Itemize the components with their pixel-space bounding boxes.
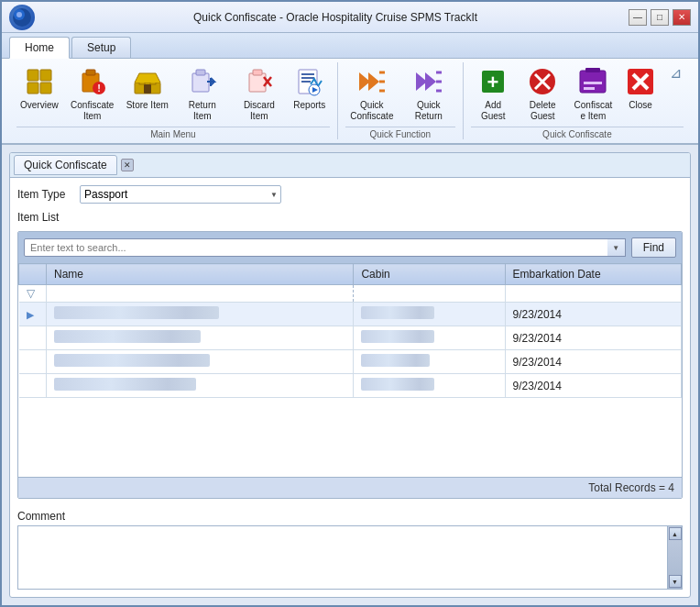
filter-icon-cell: ▽: [19, 285, 47, 303]
ribbon-item-discard-item[interactable]: Discard Item: [233, 62, 286, 125]
tab-panel: Quick Confiscate ✕ Item Type Passport We…: [9, 152, 691, 598]
item-type-label: Item Type: [17, 188, 72, 201]
row2-cabin[interactable]: [354, 326, 505, 350]
svg-rect-17: [249, 73, 266, 92]
filter-cabin-cell: [354, 285, 505, 303]
quick-return-label: Quick Return: [406, 100, 452, 122]
row3-cabin[interactable]: [354, 350, 505, 374]
ribbon-group-main-menu: Overview ! Confiscate Item: [9, 62, 338, 139]
table-row[interactable]: 9/23/2014: [19, 350, 682, 374]
row2-expand: [19, 326, 47, 350]
row4-expand: [19, 374, 47, 398]
title-bar: Quick Confiscate - Oracle Hospitality Cr…: [2, 2, 698, 33]
comment-textarea[interactable]: [18, 526, 667, 589]
table-header-row: Name Cabin Embarkation Date: [19, 264, 682, 285]
svg-rect-43: [584, 82, 602, 84]
search-dropdown-button[interactable]: ▼: [607, 238, 626, 257]
item-type-row: Item Type Passport Weapon Drug Alcohol O…: [17, 185, 683, 204]
discard-item-icon: [243, 65, 276, 98]
row3-date: 9/23/2014: [505, 350, 681, 374]
row1-date: 9/23/2014: [505, 303, 681, 326]
ribbon-item-confiscate-item2[interactable]: Confiscate Item: [570, 62, 617, 125]
th-name: Name: [47, 264, 354, 285]
ribbon-item-store-item[interactable]: Store Item: [123, 62, 172, 114]
table-row[interactable]: 9/23/2014: [19, 374, 682, 398]
ribbon-expand-icon[interactable]: ⊿: [668, 62, 684, 83]
svg-rect-24: [301, 81, 311, 83]
records-table: Name Cabin Embarkation Date ▽: [18, 263, 682, 398]
qc-group-label: Quick Confiscate: [471, 127, 684, 139]
svg-marker-27: [368, 72, 379, 91]
reports-icon: [293, 65, 326, 98]
row4-name[interactable]: [47, 374, 354, 398]
maximize-button[interactable]: □: [651, 9, 669, 26]
item-type-select[interactable]: Passport Weapon Drug Alcohol Other: [80, 185, 281, 204]
search-input-wrapper: ▼: [24, 238, 626, 257]
svg-rect-4: [40, 70, 51, 81]
delete-guest-icon: [526, 65, 559, 98]
table-row[interactable]: 9/23/2014: [19, 326, 682, 350]
return-item-icon: [186, 65, 219, 98]
scrollbar-down-button[interactable]: ▼: [669, 575, 682, 588]
row1-expand[interactable]: ▶: [19, 303, 47, 326]
overview-label: Overview: [20, 100, 59, 111]
close-icon: [624, 65, 657, 98]
row3-expand: [19, 350, 47, 374]
filter-row: ▽: [19, 285, 682, 303]
th-cabin: Cabin: [354, 264, 505, 285]
close-label: Close: [629, 100, 652, 111]
tab-setup[interactable]: Setup: [71, 37, 131, 58]
row4-date: 9/23/2014: [505, 374, 681, 398]
ribbon: Overview ! Confiscate Item: [2, 59, 698, 145]
row1-name[interactable]: [47, 303, 354, 326]
svg-rect-5: [27, 83, 38, 94]
ribbon-items-qc: + Add Guest Delete Guest: [471, 62, 684, 125]
window-close-button[interactable]: ✕: [673, 9, 691, 26]
quick-confiscate-label: Quick Confiscate: [349, 100, 395, 122]
row3-name[interactable]: [47, 350, 354, 374]
svg-text:+: +: [487, 71, 499, 94]
ribbon-group-quick-function: Quick Confiscate Quick Return: [338, 62, 464, 139]
search-bar: ▼ Find: [18, 232, 682, 263]
ribbon-item-confiscate-item[interactable]: ! Confiscate Item: [66, 62, 119, 125]
add-guest-icon: +: [476, 65, 509, 98]
ribbon-item-close[interactable]: Close: [620, 62, 661, 114]
filter-name-cell[interactable]: [47, 285, 354, 303]
return-item-label: Return Item: [180, 100, 225, 122]
table-row[interactable]: ▶ 9/23/2014: [19, 303, 682, 326]
content-area: Quick Confiscate ✕ Item Type Passport We…: [2, 145, 698, 605]
row4-cabin[interactable]: [354, 374, 505, 398]
ribbon-item-return-item[interactable]: Return Item: [176, 62, 229, 125]
ribbon-item-quick-return[interactable]: Quick Return: [402, 62, 455, 125]
total-records: Total Records = 4: [588, 481, 674, 494]
tab-home[interactable]: Home: [9, 37, 70, 59]
menu-tabs: Home Setup: [2, 33, 698, 59]
ribbon-item-add-guest[interactable]: + Add Guest: [471, 62, 516, 125]
svg-rect-23: [301, 77, 314, 79]
ribbon-item-delete-guest[interactable]: Delete Guest: [520, 62, 566, 125]
svg-rect-44: [584, 87, 595, 90]
svg-rect-18: [253, 70, 262, 75]
store-item-label: Store Item: [126, 100, 169, 111]
delete-guest-label: Delete Guest: [523, 100, 563, 122]
svg-marker-32: [425, 72, 436, 91]
ribbon-item-quick-confiscate[interactable]: Quick Confiscate: [345, 62, 399, 125]
ribbon-items-main: Overview ! Confiscate Item: [16, 62, 330, 125]
ribbon-items-quick: Quick Confiscate Quick Return: [345, 62, 455, 125]
minimize-button[interactable]: —: [629, 9, 647, 26]
main-menu-group-label: Main Menu: [16, 127, 330, 139]
ribbon-item-overview[interactable]: Overview: [16, 62, 62, 114]
reports-label: Reports: [293, 100, 325, 111]
row1-cabin[interactable]: [354, 303, 505, 326]
search-input[interactable]: [24, 238, 626, 257]
main-window: Quick Confiscate - Oracle Hospitality Cr…: [0, 0, 700, 607]
quick-confiscate-icon: [355, 65, 388, 98]
quick-confiscate-tab[interactable]: Quick Confiscate: [14, 155, 117, 175]
row2-name[interactable]: [47, 326, 354, 350]
ribbon-item-reports[interactable]: Reports: [290, 62, 330, 114]
find-button[interactable]: Find: [631, 237, 676, 258]
tab-close-button[interactable]: ✕: [121, 159, 134, 171]
scrollbar-up-button[interactable]: ▲: [669, 527, 682, 540]
quick-return-icon: [412, 65, 445, 98]
confiscate-item2-icon: [576, 65, 609, 98]
